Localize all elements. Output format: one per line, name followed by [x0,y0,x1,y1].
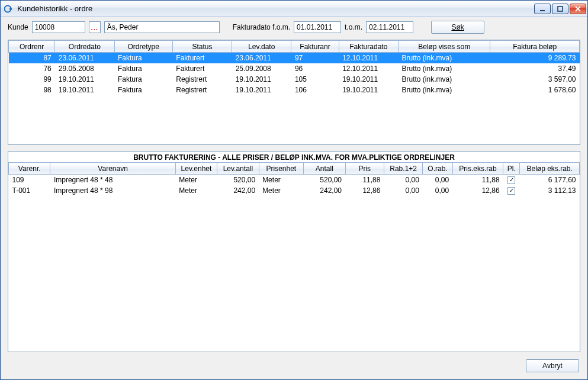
cell: T-001 [9,185,50,196]
cell: Brutto (ink.mva) [398,85,490,95]
cell: 11,88 [345,175,384,185]
search-button[interactable]: Søk [431,21,484,34]
lines-column-header[interactable]: Rab.1+2 [384,163,422,175]
cell: Faktura [114,85,172,95]
titlebar: Kundehistorikk - ordre [1,1,587,17]
orders-column-header[interactable]: Faktura beløp [490,41,580,53]
fakturadato-fom-input[interactable] [294,21,341,33]
cell: 109 [9,175,50,185]
orders-row[interactable]: 9919.10.2011FakturaRegistrert19.10.20111… [9,74,580,85]
cell: Impregnert 48 * 48 [50,175,175,185]
fakturadato-fom-label: Fakturadato f.o.m. [233,23,290,31]
maximize-button[interactable] [552,4,568,14]
cell: Registrert [172,74,232,85]
tom-input[interactable] [366,21,413,33]
cell: 19.10.2011 [339,74,398,85]
orders-column-header[interactable]: Beløp vises som [398,41,490,53]
cell: 520,00 [304,175,345,185]
cell: 9 289,73 [490,53,580,63]
cell: 12,86 [452,185,503,196]
lines-column-header[interactable]: Varenr. [9,163,50,175]
cell: Brutto (ink.mva) [398,53,490,63]
cell: 3 597,00 [490,74,580,85]
lines-column-header[interactable]: Beløp eks.rab. [520,163,580,175]
app-icon [4,4,14,14]
cell: Meter [175,175,217,185]
lines-grid[interactable]: Varenr.VarenavnLev.enhetLev.antallPrisen… [8,162,580,196]
cell: 19.10.2011 [55,85,114,95]
cell: 19.10.2011 [55,74,114,85]
lines-column-header[interactable]: O.rab. [423,163,452,175]
search-button-label: Søk [451,23,464,31]
minimize-button[interactable] [534,4,551,14]
orders-column-header[interactable]: Fakturadato [339,41,398,53]
cell: 0,00 [423,175,452,185]
cell: 520,00 [217,175,259,185]
lines-column-header[interactable]: Varenavn [50,163,175,175]
svg-rect-2 [540,10,545,11]
kunde-input[interactable] [32,21,85,33]
window-frame: Kundehistorikk - ordre Kunde ... Faktura… [0,0,588,380]
cell: 242,00 [304,185,345,196]
lines-column-header[interactable]: Pris [345,163,384,175]
svg-rect-3 [558,7,563,11]
cell: 99 [9,74,55,85]
lines-column-header[interactable]: Lev.enhet [175,163,217,175]
cell: 25.09.2008 [232,63,291,74]
pl-checkbox[interactable]: ✓ [507,187,515,195]
lines-column-header[interactable]: Prisenhet [259,163,303,175]
cell: 97 [291,53,339,63]
cell: 6 177,60 [520,175,580,185]
orders-row[interactable]: 7629.05.2008FakturaFakturert25.09.200896… [9,63,580,74]
svg-point-1 [9,7,12,9]
cell: 12,86 [345,185,384,196]
window-buttons [534,4,586,14]
lines-row[interactable]: T-001Impregnert 48 * 98Meter242,00Meter2… [9,185,580,196]
pl-checkbox[interactable]: ✓ [507,176,515,184]
cell: 3 112,13 [520,185,580,196]
cell: Registrert [172,85,232,95]
cell: 37,49 [490,63,580,74]
lines-row[interactable]: 109Impregnert 48 * 48Meter520,00Meter520… [9,175,580,185]
lines-grid-section: BRUTTO FAKTURERING - ALLE PRISER / BELØP… [8,151,580,352]
lines-column-header[interactable]: Antall [304,163,345,175]
lines-column-header[interactable]: Pl. [503,163,520,175]
orders-grid[interactable]: OrdrenrOrdredatoOrdretypeStatusLev.datoF… [8,40,580,95]
cell: Impregnert 48 * 98 [50,185,175,196]
cell: Fakturert [172,63,232,74]
cell: 12.10.2011 [339,63,398,74]
orders-column-header[interactable]: Ordredato [55,41,114,53]
cell: 11,88 [452,175,503,185]
orders-row[interactable]: 8723.06.2011FakturaFakturert23.06.201197… [9,53,580,63]
cell: Fakturert [172,53,232,63]
cell: Meter [175,185,217,196]
window-title: Kundehistorikk - ordre [17,4,534,13]
kunde-name-input[interactable] [104,21,220,33]
tom-label: t.o.m. [345,23,362,31]
cancel-button[interactable]: Avbryt [526,359,579,372]
cell: 106 [291,85,339,95]
orders-column-header[interactable]: Fakturanr [291,41,339,53]
cell: Meter [259,175,303,185]
cell: ✓ [503,175,520,185]
orders-column-header[interactable]: Ordretype [114,41,172,53]
cell: 0,00 [384,185,422,196]
cell: Faktura [114,63,172,74]
orders-row[interactable]: 9819.10.2011FakturaRegistrert19.10.20111… [9,85,580,95]
orders-column-header[interactable]: Ordrenr [9,41,55,53]
lines-column-header[interactable]: Pris.eks.rab [452,163,503,175]
kunde-lookup-button[interactable]: ... [89,21,101,33]
orders-column-header[interactable]: Lev.dato [232,41,291,53]
orders-column-header[interactable]: Status [172,41,232,53]
close-button[interactable] [570,4,586,14]
cell: 29.05.2008 [55,63,114,74]
cell: 23.06.2011 [55,53,114,63]
cell: Faktura [114,74,172,85]
lines-grid-title: BRUTTO FAKTURERING - ALLE PRISER / BELØP… [8,152,580,162]
cell: Brutto (ink.mva) [398,74,490,85]
orders-grid-section: OrdrenrOrdredatoOrdretypeStatusLev.datoF… [8,40,580,145]
cell: Brutto (ink.mva) [398,63,490,74]
cell: 19.10.2011 [232,74,291,85]
cell: 19.10.2011 [232,85,291,95]
lines-column-header[interactable]: Lev.antall [217,163,259,175]
